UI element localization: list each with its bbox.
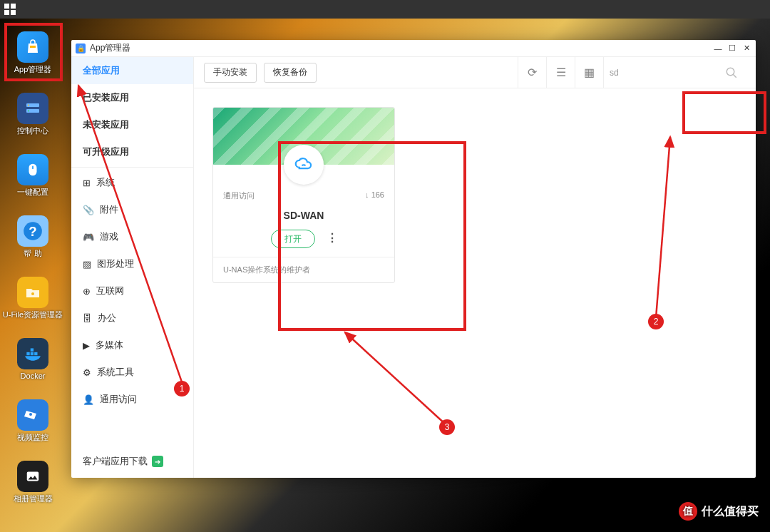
svg-point-12 — [29, 413, 32, 416]
svg-point-3 — [28, 111, 29, 112]
dock-video-monitor[interactable]: 视频监控 — [17, 399, 48, 442]
dock-label: 控制中心 — [17, 126, 48, 135]
svg-point-14 — [727, 68, 734, 76]
sidebar-cat-internet[interactable]: ⊕互联网 — [71, 277, 193, 305]
svg-rect-4 — [32, 166, 34, 170]
gamepad-icon: 🎮 — [83, 232, 94, 242]
play-icon: ▶ — [83, 340, 90, 351]
dock-one-click-config[interactable]: 一键配置 — [17, 154, 48, 197]
svg-text:?: ? — [29, 224, 36, 239]
paperclip-icon: 📎 — [83, 205, 94, 215]
windows-icon: ⊞ — [83, 178, 91, 188]
dock-label: 相册管理器 — [14, 493, 53, 503]
search-wrap — [603, 57, 717, 88]
svg-point-2 — [28, 105, 29, 106]
sidebar-cat-accessories[interactable]: 📎附件 — [71, 196, 193, 223]
maximize-button[interactable]: ☐ — [727, 44, 737, 53]
card-category: 通用访问 — [223, 190, 255, 201]
help-icon: ? — [17, 215, 48, 247]
mouse-icon — [17, 154, 48, 185]
dashboard-icon — [17, 93, 48, 124]
person-icon: 👤 — [83, 394, 94, 405]
list-view-icon[interactable]: ☰ — [546, 57, 575, 88]
sidebar-cat-graphics[interactable]: ▨图形处理 — [71, 250, 193, 277]
globe-icon: ⊕ — [83, 286, 91, 297]
svg-rect-10 — [34, 352, 37, 355]
docker-icon — [17, 338, 48, 369]
sidebar-client-download[interactable]: 客户端应用下载 ➔ — [71, 445, 193, 478]
refresh-icon[interactable]: ⟳ — [518, 57, 546, 88]
sidebar-cat-multimedia[interactable]: ▶多媒体 — [71, 332, 193, 359]
sidebar-cat-system-tools[interactable]: ⚙系统工具 — [71, 359, 193, 386]
search-icon[interactable] — [717, 57, 746, 88]
desktop-dock: App管理器 控制中心 一键配置 ? 帮 助 U-File资源管理器 Docke… — [0, 19, 66, 503]
window-title: App管理器 — [90, 42, 130, 54]
watermark: 值 什么值得买 — [679, 502, 759, 521]
restore-backup-button[interactable]: 恢复备份 — [264, 63, 317, 83]
dock-label: 一键配置 — [17, 187, 48, 197]
svg-rect-9 — [31, 352, 34, 355]
sidebar-cat-system[interactable]: ⊞系统 — [71, 169, 193, 196]
dock-label: 视频监控 — [17, 432, 48, 442]
apps-grid-icon[interactable] — [4, 4, 16, 15]
sidebar-item-all-apps[interactable]: 全部应用 — [71, 57, 193, 84]
annotation-box-2 — [682, 91, 766, 134]
annotation-box-3 — [278, 141, 466, 331]
folder-icon — [17, 277, 48, 308]
svg-rect-8 — [26, 352, 29, 355]
window-icon: 🔒 — [76, 44, 86, 53]
minimize-button[interactable]: — — [713, 44, 723, 53]
photo-icon — [17, 461, 48, 492]
image-icon: ▨ — [83, 259, 91, 270]
sidebar-cat-office[interactable]: 🗄办公 — [71, 305, 193, 332]
svg-rect-11 — [31, 348, 34, 351]
gear-icon: ⚙ — [83, 367, 91, 378]
dock-control-center[interactable]: 控制中心 — [17, 93, 48, 135]
sidebar-item-not-installed[interactable]: 未安装应用 — [71, 111, 193, 138]
grid-view-icon[interactable]: ▦ — [575, 57, 603, 88]
camera-icon — [17, 399, 48, 431]
sidebar-item-upgradable[interactable]: 可升级应用 — [71, 138, 193, 165]
close-button[interactable]: ✕ — [741, 44, 751, 53]
dock-label: U-File资源管理器 — [3, 310, 63, 319]
system-topbar — [0, 0, 770, 19]
dock-photo-manager[interactable]: 相册管理器 — [14, 461, 53, 503]
window-titlebar[interactable]: 🔒 App管理器 — ☐ ✕ — [71, 40, 756, 57]
sidebar: 全部应用 已安装应用 未安装应用 可升级应用 ⊞系统 📎附件 🎮游戏 ▨图形处理… — [71, 57, 194, 478]
search-input[interactable] — [604, 62, 722, 83]
watermark-badge-icon: 值 — [679, 502, 697, 521]
annotation-marker-1: 1 — [174, 381, 190, 397]
svg-point-7 — [31, 292, 34, 295]
toolbar: 手动安装 恢复备份 ⟳ ☰ ▦ — [194, 57, 756, 88]
annotation-marker-3: 3 — [439, 419, 455, 435]
sidebar-cat-games[interactable]: 🎮游戏 — [71, 223, 193, 250]
briefcase-icon: 🗄 — [83, 313, 92, 324]
watermark-text: 什么值得买 — [702, 504, 759, 519]
manual-install-button[interactable]: 手动安装 — [204, 63, 257, 83]
dock-docker[interactable]: Docker — [17, 338, 48, 381]
dock-ufile[interactable]: U-File资源管理器 — [3, 277, 63, 319]
annotation-box-1 — [4, 23, 63, 81]
annotation-marker-2: 2 — [648, 314, 664, 329]
svg-line-15 — [733, 74, 736, 78]
arrow-right-icon: ➔ — [152, 456, 163, 467]
dock-help[interactable]: ? 帮 助 — [17, 215, 48, 258]
dock-label: Docker — [21, 371, 46, 381]
sidebar-item-installed[interactable]: 已安装应用 — [71, 84, 193, 111]
dock-label: 帮 助 — [24, 248, 41, 258]
